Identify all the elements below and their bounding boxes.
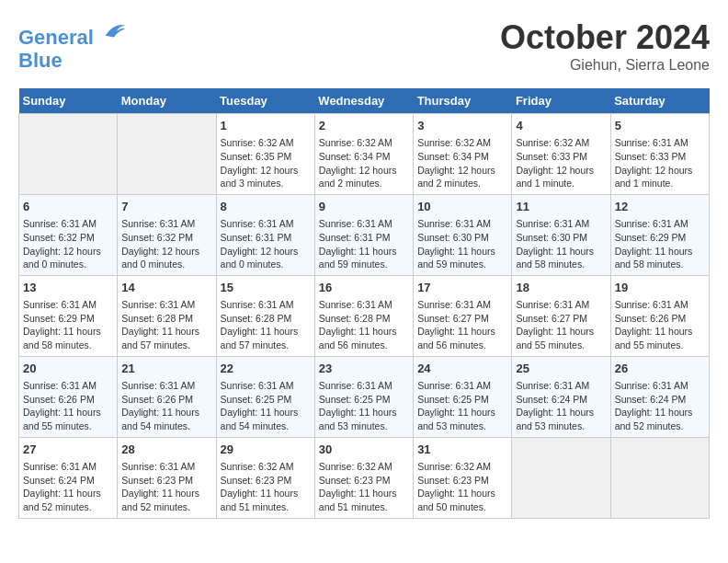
day-info: Sunrise: 6:31 AMSunset: 6:33 PMDaylight:… <box>615 136 705 190</box>
day-info: Sunrise: 6:32 AMSunset: 6:23 PMDaylight:… <box>221 460 311 514</box>
day-cell: 31Sunrise: 6:32 AMSunset: 6:23 PMDayligh… <box>414 437 512 518</box>
logo-bird-icon <box>101 18 127 44</box>
col-header-wednesday: Wednesday <box>314 88 413 114</box>
day-info: Sunrise: 6:32 AMSunset: 6:34 PMDaylight:… <box>319 136 409 190</box>
day-number: 3 <box>417 118 507 134</box>
col-header-thursday: Thursday <box>414 88 512 114</box>
day-info: Sunrise: 6:31 AMSunset: 6:24 PMDaylight:… <box>23 460 113 514</box>
day-info: Sunrise: 6:31 AMSunset: 6:29 PMDaylight:… <box>23 298 113 352</box>
day-number: 28 <box>121 442 211 458</box>
day-number: 6 <box>23 199 113 215</box>
day-info: Sunrise: 6:32 AMSunset: 6:34 PMDaylight:… <box>417 136 507 190</box>
week-row-4: 27Sunrise: 6:31 AMSunset: 6:24 PMDayligh… <box>19 437 710 518</box>
day-info: Sunrise: 6:31 AMSunset: 6:28 PMDaylight:… <box>221 298 311 352</box>
day-number: 10 <box>417 199 507 215</box>
day-number: 24 <box>417 361 507 377</box>
logo: General Blue <box>18 18 127 73</box>
week-row-3: 20Sunrise: 6:31 AMSunset: 6:26 PMDayligh… <box>19 356 710 437</box>
day-cell <box>610 437 709 518</box>
day-number: 1 <box>221 118 311 134</box>
day-info: Sunrise: 6:31 AMSunset: 6:30 PMDaylight:… <box>417 217 507 271</box>
day-number: 30 <box>319 442 409 458</box>
col-header-tuesday: Tuesday <box>216 88 314 114</box>
day-cell: 10Sunrise: 6:31 AMSunset: 6:30 PMDayligh… <box>414 194 512 275</box>
week-row-1: 6Sunrise: 6:31 AMSunset: 6:32 PMDaylight… <box>19 194 710 275</box>
day-cell: 16Sunrise: 6:31 AMSunset: 6:28 PMDayligh… <box>314 275 413 356</box>
day-number: 7 <box>121 199 211 215</box>
day-cell: 22Sunrise: 6:31 AMSunset: 6:25 PMDayligh… <box>216 356 314 437</box>
day-cell: 13Sunrise: 6:31 AMSunset: 6:29 PMDayligh… <box>19 275 118 356</box>
day-info: Sunrise: 6:31 AMSunset: 6:24 PMDaylight:… <box>615 379 705 433</box>
day-info: Sunrise: 6:31 AMSunset: 6:23 PMDaylight:… <box>121 460 211 514</box>
day-info: Sunrise: 6:31 AMSunset: 6:30 PMDaylight:… <box>516 217 606 271</box>
day-info: Sunrise: 6:31 AMSunset: 6:28 PMDaylight:… <box>121 298 211 352</box>
day-number: 2 <box>319 118 409 134</box>
day-number: 19 <box>615 280 705 296</box>
day-number: 31 <box>417 442 507 458</box>
day-cell <box>19 114 118 195</box>
day-cell: 30Sunrise: 6:32 AMSunset: 6:23 PMDayligh… <box>314 437 413 518</box>
col-header-friday: Friday <box>512 88 610 114</box>
day-number: 25 <box>516 361 606 377</box>
day-cell: 3Sunrise: 6:32 AMSunset: 6:34 PMDaylight… <box>414 114 512 195</box>
day-info: Sunrise: 6:32 AMSunset: 6:35 PMDaylight:… <box>221 136 311 190</box>
day-cell: 15Sunrise: 6:31 AMSunset: 6:28 PMDayligh… <box>216 275 314 356</box>
day-info: Sunrise: 6:31 AMSunset: 6:25 PMDaylight:… <box>319 379 409 433</box>
day-info: Sunrise: 6:32 AMSunset: 6:23 PMDaylight:… <box>319 460 409 514</box>
week-row-2: 13Sunrise: 6:31 AMSunset: 6:29 PMDayligh… <box>19 275 710 356</box>
day-info: Sunrise: 6:31 AMSunset: 6:25 PMDaylight:… <box>221 379 311 433</box>
header-row: SundayMondayTuesdayWednesdayThursdayFrid… <box>19 88 710 114</box>
day-cell: 23Sunrise: 6:31 AMSunset: 6:25 PMDayligh… <box>314 356 413 437</box>
logo-text: General <box>18 18 127 49</box>
day-info: Sunrise: 6:31 AMSunset: 6:28 PMDaylight:… <box>319 298 409 352</box>
day-number: 27 <box>23 442 113 458</box>
day-cell: 18Sunrise: 6:31 AMSunset: 6:27 PMDayligh… <box>512 275 610 356</box>
day-number: 26 <box>615 361 705 377</box>
day-cell: 8Sunrise: 6:31 AMSunset: 6:31 PMDaylight… <box>216 194 314 275</box>
day-number: 8 <box>221 199 311 215</box>
day-cell: 6Sunrise: 6:31 AMSunset: 6:32 PMDaylight… <box>19 194 118 275</box>
day-number: 4 <box>516 118 606 134</box>
day-cell: 9Sunrise: 6:31 AMSunset: 6:31 PMDaylight… <box>314 194 413 275</box>
day-cell: 11Sunrise: 6:31 AMSunset: 6:30 PMDayligh… <box>512 194 610 275</box>
day-cell: 17Sunrise: 6:31 AMSunset: 6:27 PMDayligh… <box>414 275 512 356</box>
day-number: 22 <box>221 361 311 377</box>
day-cell: 4Sunrise: 6:32 AMSunset: 6:33 PMDaylight… <box>512 114 610 195</box>
col-header-sunday: Sunday <box>19 88 118 114</box>
day-cell: 5Sunrise: 6:31 AMSunset: 6:33 PMDaylight… <box>610 114 709 195</box>
day-info: Sunrise: 6:31 AMSunset: 6:26 PMDaylight:… <box>615 298 705 352</box>
day-cell: 2Sunrise: 6:32 AMSunset: 6:34 PMDaylight… <box>314 114 413 195</box>
day-info: Sunrise: 6:31 AMSunset: 6:24 PMDaylight:… <box>516 379 606 433</box>
day-cell: 14Sunrise: 6:31 AMSunset: 6:28 PMDayligh… <box>118 275 216 356</box>
day-cell: 29Sunrise: 6:32 AMSunset: 6:23 PMDayligh… <box>216 437 314 518</box>
location-title: Giehun, Sierra Leone <box>500 57 710 74</box>
day-info: Sunrise: 6:31 AMSunset: 6:27 PMDaylight:… <box>516 298 606 352</box>
day-number: 29 <box>221 442 311 458</box>
page-header: General Blue October 2024 Giehun, Sierra… <box>18 18 710 74</box>
day-info: Sunrise: 6:31 AMSunset: 6:26 PMDaylight:… <box>121 379 211 433</box>
day-cell: 12Sunrise: 6:31 AMSunset: 6:29 PMDayligh… <box>610 194 709 275</box>
day-info: Sunrise: 6:31 AMSunset: 6:29 PMDaylight:… <box>615 217 705 271</box>
day-cell: 1Sunrise: 6:32 AMSunset: 6:35 PMDaylight… <box>216 114 314 195</box>
day-info: Sunrise: 6:31 AMSunset: 6:27 PMDaylight:… <box>417 298 507 352</box>
day-cell: 7Sunrise: 6:31 AMSunset: 6:32 PMDaylight… <box>118 194 216 275</box>
day-number: 9 <box>319 199 409 215</box>
day-number: 15 <box>221 280 311 296</box>
day-info: Sunrise: 6:31 AMSunset: 6:32 PMDaylight:… <box>23 217 113 271</box>
col-header-monday: Monday <box>118 88 216 114</box>
col-header-saturday: Saturday <box>610 88 709 114</box>
day-info: Sunrise: 6:31 AMSunset: 6:31 PMDaylight:… <box>221 217 311 271</box>
month-title: October 2024 <box>500 18 710 57</box>
day-number: 5 <box>615 118 705 134</box>
week-row-0: 1Sunrise: 6:32 AMSunset: 6:35 PMDaylight… <box>19 114 710 195</box>
calendar-table: SundayMondayTuesdayWednesdayThursdayFrid… <box>18 88 710 519</box>
day-cell: 19Sunrise: 6:31 AMSunset: 6:26 PMDayligh… <box>610 275 709 356</box>
day-number: 17 <box>417 280 507 296</box>
day-cell: 26Sunrise: 6:31 AMSunset: 6:24 PMDayligh… <box>610 356 709 437</box>
day-info: Sunrise: 6:31 AMSunset: 6:32 PMDaylight:… <box>121 217 211 271</box>
day-number: 14 <box>121 280 211 296</box>
day-cell <box>118 114 216 195</box>
day-number: 13 <box>23 280 113 296</box>
day-info: Sunrise: 6:31 AMSunset: 6:26 PMDaylight:… <box>23 379 113 433</box>
day-number: 23 <box>319 361 409 377</box>
